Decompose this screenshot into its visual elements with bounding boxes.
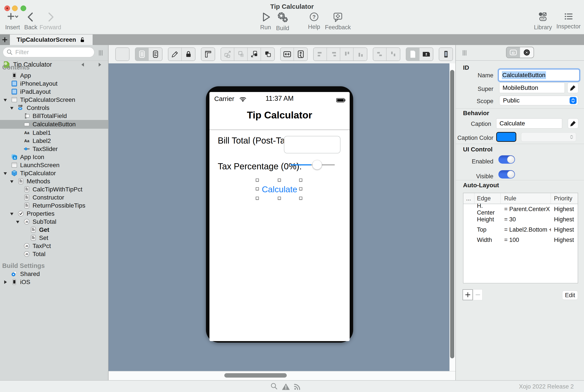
move-backward-button[interactable] bbox=[234, 48, 248, 60]
tab-tipcalculatorscreen[interactable]: TipCalculatorScreen bbox=[10, 34, 93, 45]
disclosure-down-icon[interactable] bbox=[2, 171, 8, 176]
sidebar-item-get[interactable]: Get bbox=[0, 226, 108, 234]
selection-handle[interactable] bbox=[278, 197, 281, 200]
sidebar-item-returnpossibletips[interactable]: ReturnPossibleTips bbox=[0, 202, 108, 210]
align-left-button[interactable] bbox=[314, 48, 327, 60]
sidebar-item-launchscreen[interactable]: LaunchScreen bbox=[0, 161, 108, 169]
disclosure-down-icon[interactable] bbox=[9, 105, 14, 110]
build-button[interactable]: Build bbox=[276, 11, 289, 32]
space-vertical-button[interactable] bbox=[387, 48, 400, 60]
space-horizontal-button[interactable] bbox=[373, 48, 387, 60]
sidebar-item-app[interactable]: App bbox=[0, 72, 108, 80]
sidebar-item-controls[interactable]: OKControls bbox=[0, 104, 108, 112]
selection-handle[interactable] bbox=[278, 178, 281, 182]
search-icon[interactable] bbox=[270, 382, 278, 390]
sidebar-item-taxpct[interactable]: .01TaxPct bbox=[0, 242, 108, 250]
equal-height-button[interactable] bbox=[294, 48, 307, 60]
auto-layout-column-header[interactable]: Priority bbox=[551, 193, 578, 204]
sidebar-item-total[interactable]: .01Total bbox=[0, 250, 108, 258]
caption-field[interactable]: Calculate bbox=[496, 118, 562, 128]
sidebar-item-subtotal[interactable]: .01SubTotal bbox=[0, 218, 108, 226]
feed-icon[interactable] bbox=[293, 382, 302, 391]
device-phone-button[interactable] bbox=[439, 48, 453, 60]
add-constraint-button[interactable] bbox=[463, 289, 473, 300]
bill-total-field[interactable] bbox=[284, 136, 341, 154]
tax-percentage-label[interactable]: Tax Percentage (0%): bbox=[218, 162, 302, 171]
constraint-row[interactable]: Top= Label2.Bottom +...Highest bbox=[464, 224, 578, 235]
sidebar-item-label2[interactable]: AaLabel2 bbox=[0, 137, 108, 145]
name-field[interactable]: CalculateButton bbox=[498, 69, 580, 81]
selection-handle[interactable] bbox=[256, 178, 259, 182]
disclosure-down-icon[interactable] bbox=[9, 179, 14, 184]
gear-mode-segment[interactable] bbox=[520, 47, 534, 58]
constraint-row[interactable]: Height= 30Highest bbox=[464, 214, 578, 224]
equal-width-button[interactable] bbox=[281, 48, 294, 60]
edit-constraints-button[interactable]: Edit bbox=[562, 290, 578, 300]
orientation-landscape-button[interactable] bbox=[420, 48, 433, 60]
library-button[interactable]: OK Library bbox=[535, 11, 551, 31]
bill-total-label[interactable]: Bill Total (Post-Tax): bbox=[218, 136, 295, 146]
auto-layout-column-header[interactable]: Rule bbox=[501, 193, 551, 204]
sidebar-item-calculatebutton[interactable]: CalculateButton bbox=[0, 120, 108, 129]
move-to-back-button[interactable] bbox=[221, 48, 234, 60]
add-tab-button[interactable] bbox=[0, 34, 10, 45]
visible-toggle[interactable] bbox=[498, 170, 515, 178]
sidebar-item-shared[interactable]: Shared bbox=[0, 270, 108, 278]
selection-handle[interactable] bbox=[299, 178, 302, 182]
design-canvas[interactable]: Carrier 11:37 AM Tip Calculator Bill Tot… bbox=[108, 63, 455, 371]
sidebar-item-taxslider[interactable]: TaxSlider bbox=[0, 145, 108, 153]
lock-button[interactable] bbox=[182, 48, 195, 60]
sidebar-item-iphonelayout[interactable]: iPhoneLayout bbox=[0, 80, 108, 88]
columns-handle-icon[interactable] bbox=[461, 49, 469, 57]
add-control-button[interactable] bbox=[116, 48, 129, 60]
disclosure-down-icon[interactable] bbox=[9, 211, 14, 216]
feedback-button[interactable]: Feedback bbox=[327, 11, 349, 31]
move-forward-button[interactable] bbox=[248, 48, 261, 60]
sidebar-item-billtotalfield[interactable]: BillTotalField bbox=[0, 112, 108, 120]
selection-handle[interactable] bbox=[256, 187, 259, 190]
code-view-button[interactable] bbox=[149, 48, 162, 60]
forward-button[interactable]: Forward bbox=[41, 11, 60, 31]
caption-color-swatch[interactable] bbox=[496, 132, 516, 142]
sidebar-item-properties[interactable]: Properties bbox=[0, 210, 108, 218]
warning-icon[interactable] bbox=[281, 382, 290, 391]
inspector-button[interactable]: Inspector bbox=[558, 11, 580, 30]
constraint-row[interactable]: H. Center= Parent.CenterXHighest bbox=[464, 204, 578, 214]
disclosure-down-icon[interactable] bbox=[2, 97, 8, 102]
id-mode-segment[interactable]: ID bbox=[507, 47, 520, 58]
sidebar-item-tipcalculator[interactable]: TipCalculator bbox=[0, 169, 108, 177]
tax-slider[interactable] bbox=[290, 160, 335, 170]
insert-button[interactable]: Insert bbox=[2, 11, 23, 31]
remove-constraint-button[interactable] bbox=[473, 289, 483, 300]
sidebar-item-app-icon[interactable]: App Icon bbox=[0, 153, 108, 161]
super-edit-button[interactable] bbox=[568, 82, 578, 93]
auto-layout-column-header[interactable]: ... bbox=[464, 193, 474, 204]
caption-edit-button[interactable] bbox=[568, 118, 578, 128]
pencil-button[interactable] bbox=[168, 48, 182, 60]
enabled-toggle[interactable] bbox=[498, 155, 515, 164]
scope-popup[interactable]: Public bbox=[499, 96, 578, 105]
align-bottom-button[interactable] bbox=[354, 48, 367, 60]
layout-view-button[interactable] bbox=[135, 48, 149, 60]
back-button[interactable]: Back bbox=[24, 11, 37, 31]
sidebar-item-label1[interactable]: AaLabel1 bbox=[0, 129, 108, 137]
horizontal-scrollbar-thumb[interactable] bbox=[224, 373, 287, 378]
vertical-scrollbar-thumb[interactable] bbox=[450, 70, 454, 358]
help-button[interactable]: ? Help bbox=[308, 11, 320, 30]
constraint-row[interactable]: Width= 100Highest bbox=[464, 235, 578, 245]
sidebar-item-methods[interactable]: Methods bbox=[0, 177, 108, 185]
sidebar-item-ios[interactable]: iOS bbox=[0, 278, 108, 286]
align-top-button[interactable] bbox=[340, 48, 354, 60]
sidebar-item-constructor[interactable]: Constructor bbox=[0, 194, 108, 202]
sidebar-item-tipcalculatorscreen[interactable]: TipCalculatorScreen bbox=[0, 96, 108, 104]
move-to-front-button[interactable] bbox=[261, 48, 274, 60]
vertical-scrollbar[interactable] bbox=[450, 63, 455, 371]
calculate-button-control[interactable]: Calculate bbox=[209, 185, 350, 194]
super-field[interactable]: MobileButton bbox=[499, 82, 565, 93]
align-right-button[interactable] bbox=[327, 48, 340, 60]
filter-input[interactable]: Filter bbox=[3, 47, 94, 57]
disclosure-right-icon[interactable] bbox=[2, 280, 8, 285]
disclosure-down-icon[interactable] bbox=[15, 219, 20, 224]
run-button[interactable]: Run bbox=[261, 11, 271, 31]
sidebar-item-set[interactable]: Set bbox=[0, 234, 108, 242]
